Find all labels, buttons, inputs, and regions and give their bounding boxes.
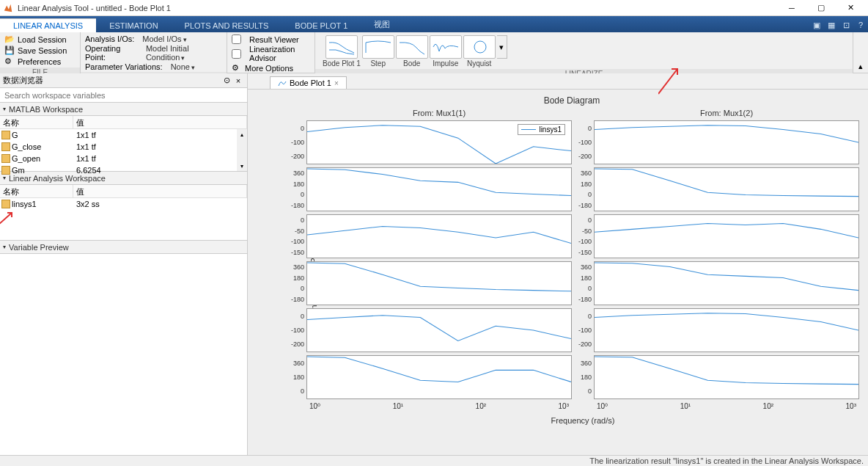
titlebar: Linear Analysis Tool - untitled - Bode P…	[0, 0, 868, 16]
workspace-row[interactable]: G_close1x1 tf	[0, 141, 247, 153]
toolstrip-icon-3[interactable]: ⊡	[839, 18, 853, 32]
tab-linear-analysis[interactable]: LINEAR ANALYSIS	[0, 18, 96, 32]
databrowser-close-icon[interactable]: ×	[232, 76, 244, 85]
variable-icon	[1, 142, 10, 151]
help-icon[interactable]: ?	[853, 18, 868, 32]
workspace-row[interactable]: G_open1x1 tf	[0, 153, 247, 164]
result-viewer-checkbox[interactable]: Result Viewer	[232, 34, 310, 44]
save-session-button[interactable]: 💾Save Session	[4, 45, 76, 56]
databrowser-title: 数据浏览器	[3, 75, 43, 86]
workspace-row[interactable]: Gm6.6254	[0, 164, 247, 176]
data-browser: 数据浏览器 ⊙ × MATLAB Workspace 名称 值 G1x1 tfG…	[0, 73, 248, 455]
subplot[interactable]: 0-100-200linsys1	[306, 120, 572, 164]
subplot[interactable]: 0-50-100-150	[594, 214, 859, 258]
load-session-button[interactable]: 📂Load Session	[4, 34, 76, 45]
impulse-chip[interactable]	[430, 35, 462, 59]
step-chip[interactable]	[362, 35, 394, 59]
linearization-advisor-checkbox[interactable]: Linearization Advisor	[232, 45, 310, 62]
workspace-row[interactable]: G1x1 tf	[0, 129, 247, 141]
linearize-gallery-dropdown[interactable]: ▾	[497, 35, 507, 59]
toolstrip-icon-2[interactable]: ▦	[824, 18, 839, 32]
nyquist-chip[interactable]	[463, 35, 496, 59]
matlab-workspace-header[interactable]: MATLAB Workspace	[0, 103, 247, 116]
maximize-button[interactable]: ▢	[806, 1, 836, 15]
subplot[interactable]: 3601800	[594, 355, 859, 399]
variable-icon	[1, 166, 10, 175]
window-title: Linear Analysis Tool - untitled - Bode P…	[18, 4, 777, 12]
variable-preview-header[interactable]: Variable Preview	[0, 241, 247, 254]
preferences-button[interactable]: ⚙Preferences	[4, 57, 76, 67]
workspace-row[interactable]: linsys13x2 ss	[0, 198, 247, 210]
variable-icon	[1, 154, 10, 163]
plot-xlabel: Frequency (rad/s)	[306, 416, 859, 425]
tab-bode-plot-1[interactable]: BODE PLOT 1	[282, 19, 361, 32]
plot-legend[interactable]: linsys1	[518, 124, 565, 135]
bode-plot-1-chip[interactable]	[326, 35, 358, 59]
subplot[interactable]: 0-100-200	[306, 308, 572, 352]
subplot[interactable]: 0-50-100-150	[306, 214, 572, 258]
from-label-1: From: Mux1(1)	[306, 109, 572, 117]
variable-icon	[1, 200, 10, 208]
databrowser-options-icon[interactable]: ⊙	[221, 76, 232, 85]
close-button[interactable]: ✕	[836, 1, 865, 15]
x-ticks: 10⁰10¹10²10³	[306, 402, 572, 410]
gear-icon: ⚙	[232, 63, 242, 73]
tab-plots-results[interactable]: PLOTS AND RESULTS	[172, 19, 282, 32]
toolstrip: 📂Load Session 💾Save Session ⚙Preferences…	[0, 32, 868, 73]
more-options-button[interactable]: ⚙More Options	[232, 63, 310, 73]
svg-point-0	[474, 41, 486, 53]
variable-preview-area	[0, 254, 247, 455]
minimize-button[interactable]: ─	[777, 1, 806, 15]
tab-estimation[interactable]: ESTIMATION	[96, 19, 171, 32]
annotation-arrow-icon	[0, 211, 13, 226]
toolstrip-collapse-button[interactable]: ▴	[853, 32, 868, 73]
close-tab-icon[interactable]: ×	[334, 79, 339, 87]
plot-title: Bode Diagram	[284, 95, 859, 106]
x-ticks: 10⁰10¹10²10³	[594, 402, 859, 410]
search-input[interactable]	[0, 88, 247, 103]
save-icon: 💾	[4, 45, 15, 56]
document-tab-bode-plot-1[interactable]: Bode Plot 1 ×	[270, 76, 347, 89]
from-label-2: From: Mux1(2)	[594, 109, 859, 117]
subplot[interactable]: 3601800-180	[594, 167, 859, 211]
status-bar: The linearization result "linsys1" is cr…	[0, 455, 868, 466]
plot-icon	[278, 79, 287, 87]
matlab-ws-scrollbar[interactable]: ▴▾	[237, 129, 247, 171]
folder-icon: 📂	[4, 34, 15, 45]
subplot[interactable]: 0-100-200	[594, 120, 859, 164]
subplot[interactable]: 3601800	[306, 355, 572, 399]
gear-icon: ⚙	[4, 57, 15, 67]
tab-view[interactable]: 视图	[361, 17, 403, 32]
toolstrip-icon-1[interactable]: ▣	[809, 18, 824, 32]
operating-point-dropdown[interactable]: Model Initial Condition	[146, 44, 222, 62]
matlab-logo-icon	[3, 3, 13, 13]
annotation-arrow-icon	[658, 66, 680, 95]
subplot[interactable]: 0-100-200	[594, 308, 859, 352]
plot-area[interactable]: Bode Diagram Magnitude (dB) ; Phase (deg…	[248, 90, 868, 455]
subplot[interactable]: 3601800-180	[306, 167, 572, 211]
bode-chip[interactable]	[396, 35, 428, 59]
variable-icon	[1, 131, 10, 139]
ribbon-tabstrip: LINEAR ANALYSIS ESTIMATION PLOTS AND RES…	[0, 16, 868, 32]
subplot[interactable]: 3601800-180	[594, 261, 859, 305]
subplot[interactable]: 3601800-180	[306, 261, 572, 305]
param-variations-dropdown[interactable]: None	[171, 62, 195, 71]
analysis-ios-dropdown[interactable]: Model I/Os	[142, 34, 186, 43]
